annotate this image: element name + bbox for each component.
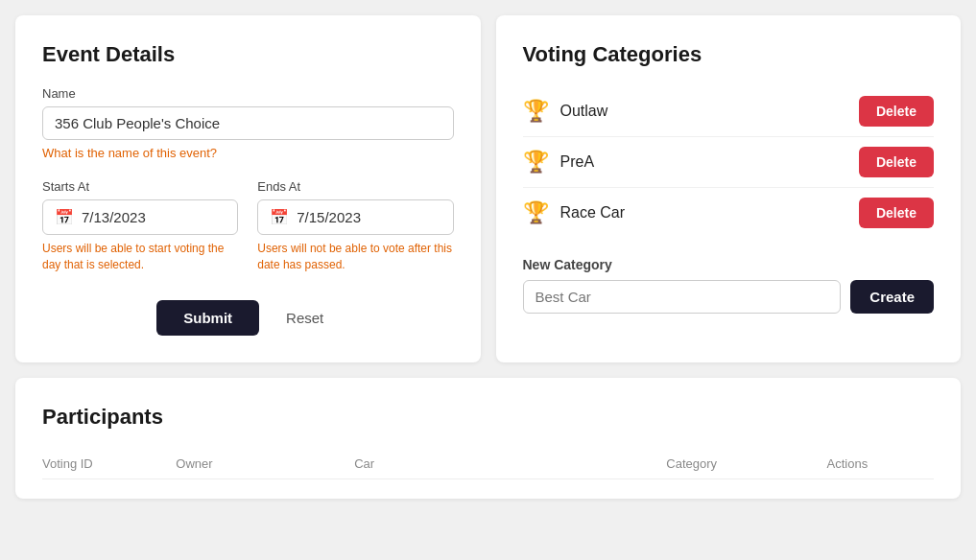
ends-at-label: Ends At <box>257 179 453 194</box>
ends-at-helper: Users will not be able to vote after thi… <box>257 241 453 273</box>
starts-at-input[interactable]: 📅 7/13/2023 <box>42 199 238 235</box>
calendar-icon-end: 📅 <box>270 208 289 226</box>
name-label: Name <box>42 86 454 101</box>
name-helper-text: What is the name of this event? <box>42 146 454 160</box>
col-actions: Actions <box>827 449 935 479</box>
col-car: Car <box>354 449 666 479</box>
categories-list: 🏆 Outlaw Delete 🏆 PreA Delete 🏆 Race Car… <box>523 86 935 238</box>
delete-category-button[interactable]: Delete <box>859 198 934 228</box>
participants-title: Participants <box>42 405 934 430</box>
event-name-input[interactable] <box>42 106 454 140</box>
delete-category-button[interactable]: Delete <box>859 147 934 177</box>
starts-at-value: 7/13/2023 <box>82 209 146 225</box>
reset-button[interactable]: Reset <box>271 300 339 336</box>
starts-at-label: Starts At <box>42 179 238 194</box>
voting-categories-card: Voting Categories 🏆 Outlaw Delete 🏆 PreA… <box>496 15 962 362</box>
col-owner: Owner <box>176 449 354 479</box>
trophy-icon: 🏆 <box>523 200 549 225</box>
ends-at-input[interactable]: 📅 7/15/2023 <box>257 199 453 235</box>
new-category-section: New Category Create <box>523 257 935 314</box>
category-row: 🏆 Race Car Delete <box>523 188 935 238</box>
name-field-group: Name What is the name of this event? <box>42 86 454 160</box>
trophy-icon: 🏆 <box>523 99 549 124</box>
col-voting-id: Voting ID <box>42 449 176 479</box>
category-left: 🏆 PreA <box>523 150 595 175</box>
event-details-card: Event Details Name What is the name of t… <box>15 15 481 362</box>
category-row: 🏆 Outlaw Delete <box>523 86 935 137</box>
category-name: Outlaw <box>560 103 608 120</box>
participants-card: Participants Voting ID Owner Car Categor… <box>15 378 961 499</box>
starts-at-field: Starts At 📅 7/13/2023 Users will be able… <box>42 179 238 273</box>
new-category-input[interactable] <box>523 280 842 314</box>
starts-at-helper: Users will be able to start voting the d… <box>42 241 238 273</box>
new-category-label: New Category <box>523 257 935 272</box>
event-details-title: Event Details <box>42 42 454 67</box>
submit-button[interactable]: Submit <box>156 300 259 336</box>
dates-row: Starts At 📅 7/13/2023 Users will be able… <box>42 179 454 273</box>
col-category: Category <box>666 449 826 479</box>
category-left: 🏆 Outlaw <box>523 99 608 124</box>
trophy-icon: 🏆 <box>523 150 549 175</box>
category-row: 🏆 PreA Delete <box>523 137 935 188</box>
participants-table: Voting ID Owner Car Category Actions <box>42 449 934 479</box>
category-left: 🏆 Race Car <box>523 200 626 225</box>
voting-categories-title: Voting Categories <box>523 42 935 67</box>
delete-category-button[interactable]: Delete <box>859 96 934 127</box>
new-category-row: Create <box>523 280 935 314</box>
category-name: PreA <box>560 153 595 171</box>
create-button[interactable]: Create <box>850 280 934 314</box>
category-name: Race Car <box>560 204 626 222</box>
form-actions: Submit Reset <box>42 300 454 336</box>
ends-at-value: 7/15/2023 <box>297 209 361 225</box>
ends-at-field: Ends At 📅 7/15/2023 Users will not be ab… <box>257 179 453 273</box>
calendar-icon-start: 📅 <box>55 208 74 226</box>
